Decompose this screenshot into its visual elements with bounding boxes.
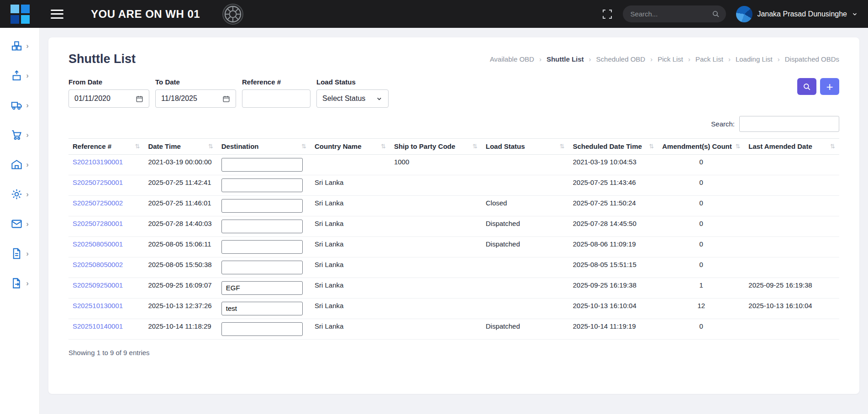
scheduled-date-cell: 2025-10-14 11:19:19 (568, 319, 658, 339)
avatar (736, 6, 752, 22)
load-status-cell (482, 175, 569, 195)
sidebar-item-transfers[interactable]: › (11, 277, 29, 289)
filter-bar: From Date 01/11/2020 To Date 11/18/2025 (68, 78, 839, 108)
sort-icon[interactable]: ⇅ (381, 143, 386, 150)
company-emblem-icon (222, 3, 244, 25)
sidebar-item-reports[interactable]: › (11, 247, 29, 260)
amendments-count-cell: 0 (658, 195, 744, 216)
destination-input[interactable] (221, 281, 303, 295)
sidebar-item-orders[interactable]: › (11, 129, 29, 141)
breadcrumb-item[interactable]: Shuttle List (547, 55, 596, 63)
reference-link[interactable]: S202508050002 (73, 261, 123, 268)
scheduled-date-cell: 2025-07-25 11:43:46 (568, 175, 658, 195)
from-date-input[interactable]: 01/11/2020 (68, 89, 149, 108)
amendments-count-cell: 1 (658, 278, 744, 298)
load-status-select[interactable]: Select Status (316, 89, 389, 108)
shuttle-list-card: Shuttle List Available OBD Shuttle List … (48, 37, 859, 394)
destination-input[interactable] (221, 261, 303, 274)
search-icon[interactable] (712, 10, 720, 18)
date-time-cell: 2025-08-05 15:06:11 (144, 236, 217, 257)
table-search-input[interactable] (739, 116, 839, 132)
sort-icon[interactable]: ⇅ (135, 143, 140, 150)
reference-link[interactable]: S202507280001 (73, 220, 123, 227)
reference-link[interactable]: S202507250001 (73, 178, 123, 186)
sort-icon[interactable]: ⇅ (301, 143, 306, 150)
reference-filter-input[interactable] (242, 89, 310, 108)
destination-input[interactable] (221, 178, 303, 192)
column-header-label: Ship to Party Code (394, 142, 455, 151)
scheduled-date-cell: 2025-08-06 11:09:19 (568, 236, 658, 257)
column-header[interactable]: Load Status ⇅ (482, 139, 569, 155)
column-header[interactable]: Destination ⇅ (217, 139, 310, 155)
breadcrumb-item[interactable]: Dispatched OBDs (785, 55, 839, 63)
sort-icon[interactable]: ⇅ (649, 143, 654, 150)
sidebar-item-inbound[interactable]: › (11, 40, 29, 52)
breadcrumb-item[interactable]: Pack List (695, 55, 736, 63)
global-search-input[interactable] (629, 10, 712, 18)
ship-to-party-cell (390, 236, 482, 257)
destination-input[interactable] (221, 199, 303, 213)
sort-icon[interactable]: ⇅ (560, 143, 565, 150)
destination-input[interactable] (221, 220, 303, 233)
reference-link[interactable]: S202510130001 (73, 302, 123, 309)
reference-link[interactable]: S202509250001 (73, 281, 123, 289)
app-logo-icon (10, 4, 31, 25)
reference-link[interactable]: S202510140001 (73, 322, 123, 330)
user-menu[interactable]: Janaka Prasad Dunusinghe (736, 6, 858, 22)
ship-to-party-cell (390, 175, 482, 195)
calendar-icon[interactable] (222, 95, 230, 103)
reference-link[interactable]: S202507250002 (73, 199, 123, 207)
column-header-label: Destination (221, 142, 259, 151)
main-content: Shuttle List Available OBD Shuttle List … (40, 28, 868, 414)
column-header[interactable]: Reference # ⇅ (68, 139, 144, 155)
menu-toggle-button[interactable] (51, 10, 63, 19)
breadcrumb-item[interactable]: Available OBD (490, 55, 547, 63)
cart-icon (11, 129, 23, 141)
reference-link[interactable]: S202103190001 (73, 158, 123, 166)
sidebar-item-transport[interactable]: › (11, 99, 29, 111)
chevron-right-icon: › (26, 279, 29, 287)
amendments-count-cell: 0 (658, 319, 744, 339)
last-amended-cell: 2025-09-25 16:19:38 (744, 278, 839, 298)
amendments-count-cell: 12 (658, 298, 744, 319)
column-header[interactable]: Country Name ⇅ (310, 139, 390, 155)
add-button[interactable]: + (820, 78, 839, 95)
warehouse-banner: YOU ARE ON WH 01 (91, 8, 200, 21)
column-header[interactable]: Last Amended Date ⇅ (744, 139, 839, 155)
search-button[interactable] (797, 78, 816, 95)
date-time-cell: 2025-07-28 14:40:03 (144, 216, 217, 236)
search-icon (803, 83, 811, 91)
app-logo[interactable] (0, 0, 40, 28)
load-status-cell: Dispatched (482, 236, 569, 257)
destination-input[interactable] (221, 158, 303, 172)
destination-input[interactable] (221, 322, 303, 336)
outbound-box-icon (11, 69, 23, 82)
to-date-value: 11/18/2025 (161, 94, 197, 103)
breadcrumb-item[interactable]: Loading List (736, 55, 785, 63)
to-date-input[interactable]: 11/18/2025 (155, 89, 236, 108)
document-export-icon (11, 277, 23, 289)
column-header[interactable]: Date Time ⇅ (144, 139, 217, 155)
sidebar-item-settings[interactable]: › (11, 188, 29, 200)
sort-icon[interactable]: ⇅ (830, 143, 835, 150)
scheduled-date-cell: 2025-09-25 16:19:38 (568, 278, 658, 298)
sort-icon[interactable]: ⇅ (473, 143, 478, 150)
user-name: Janaka Prasad Dunusinghe (757, 10, 847, 18)
column-header[interactable]: Scheduled Date Time ⇅ (568, 139, 658, 155)
fullscreen-icon[interactable] (602, 9, 613, 20)
sort-icon[interactable]: ⇅ (208, 143, 213, 150)
destination-input[interactable] (221, 240, 303, 254)
sidebar-item-warehouse[interactable]: › (11, 158, 29, 171)
sort-icon[interactable]: ⇅ (735, 143, 740, 150)
scheduled-date-cell: 2025-08-05 15:51:15 (568, 257, 658, 278)
breadcrumb-item[interactable]: Pick List (658, 55, 695, 63)
calendar-icon[interactable] (136, 95, 143, 103)
sidebar-item-messages[interactable]: › (11, 218, 29, 230)
column-header[interactable]: Ship to Party Code ⇅ (390, 139, 482, 155)
destination-input[interactable] (221, 302, 303, 315)
column-header[interactable]: Amendment(s) Count ⇅ (658, 139, 744, 155)
sidebar-item-outbound[interactable]: › (11, 69, 29, 82)
ship-to-party-cell: 1000 (390, 154, 482, 175)
reference-link[interactable]: S202508050001 (73, 240, 123, 248)
breadcrumb-item[interactable]: Scheduled OBD (596, 55, 658, 63)
